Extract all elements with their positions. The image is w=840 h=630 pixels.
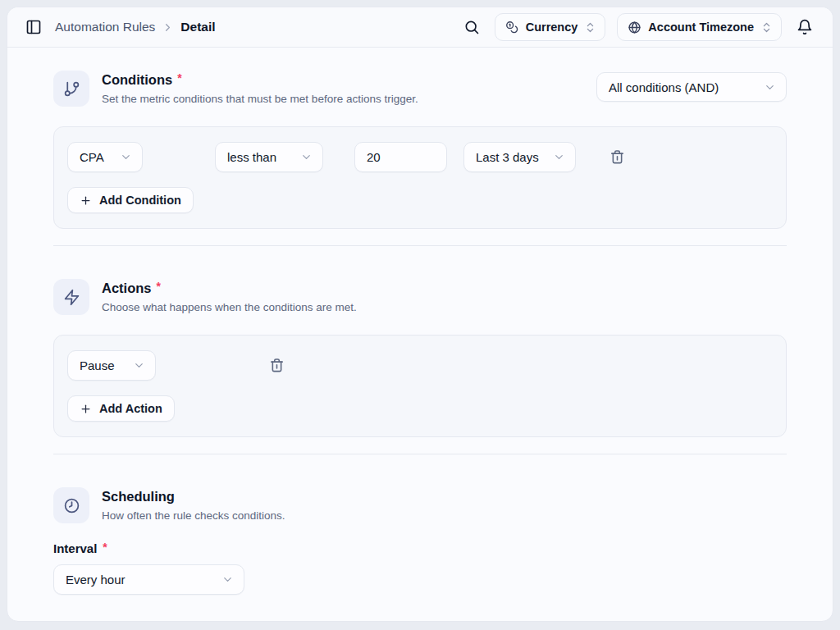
notifications-button[interactable] xyxy=(793,16,816,39)
section-divider xyxy=(53,245,787,246)
top-bar: Automation Rules Detail Currency xyxy=(7,7,833,48)
coins-icon xyxy=(505,21,519,34)
top-bar-actions: Currency Account Timezone xyxy=(460,13,816,41)
zap-icon xyxy=(53,279,89,315)
delete-condition-button[interactable] xyxy=(606,146,628,168)
chevron-right-icon xyxy=(162,21,174,34)
panel-left-icon xyxy=(25,19,42,35)
chevron-down-icon xyxy=(300,151,313,163)
interval-label-text: Interval xyxy=(53,541,97,555)
scheduling-title: Scheduling xyxy=(102,489,175,504)
actions-section: Actions * Choose what happens when the c… xyxy=(53,279,787,437)
chevron-down-icon xyxy=(221,573,234,586)
add-action-label: Add Action xyxy=(99,402,162,415)
scheduling-subtitle: How often the rule checks conditions. xyxy=(102,509,285,522)
breadcrumb: Automation Rules Detail xyxy=(55,20,216,34)
section-divider xyxy=(53,454,787,454)
delete-action-button[interactable] xyxy=(266,354,288,377)
add-condition-label: Add Condition xyxy=(99,194,181,207)
bell-icon xyxy=(797,19,813,35)
clock-icon xyxy=(53,487,89,523)
currency-select-label: Currency xyxy=(526,21,578,34)
timezone-select[interactable]: Account Timezone xyxy=(617,13,782,41)
search-button[interactable] xyxy=(460,16,483,39)
scheduling-section: Scheduling How often the rule checks con… xyxy=(53,487,787,595)
conditions-title: Conditions xyxy=(102,72,172,88)
plus-icon xyxy=(80,194,92,207)
threshold-value-input[interactable] xyxy=(354,142,447,172)
sidebar-toggle-button[interactable] xyxy=(22,16,45,39)
interval-value: Every hour xyxy=(66,573,126,587)
scheduling-section-header: Scheduling How often the rule checks con… xyxy=(53,487,787,523)
action-type-value: Pause xyxy=(80,358,115,372)
trash-icon xyxy=(609,149,625,165)
action-row: Pause xyxy=(67,350,773,381)
actions-subtitle: Choose what happens when the conditions … xyxy=(102,301,357,313)
interval-label: Interval * xyxy=(53,541,787,555)
condition-logic-value: All conditions (AND) xyxy=(609,80,719,94)
timezone-select-label: Account Timezone xyxy=(648,21,754,34)
condition-logic-select[interactable]: All conditions (AND) xyxy=(596,72,787,102)
conditions-subtitle: Set the metric conditions that must be m… xyxy=(102,93,418,105)
breadcrumb-automation-rules[interactable]: Automation Rules xyxy=(55,20,155,34)
automation-rule-detail-card: Automation Rules Detail Currency xyxy=(7,7,833,622)
actions-section-header: Actions * Choose what happens when the c… xyxy=(53,279,787,315)
conditions-section-header: Conditions * Set the metric conditions t… xyxy=(53,71,787,107)
currency-select[interactable]: Currency xyxy=(495,13,606,41)
timeframe-select[interactable]: Last 3 days xyxy=(463,142,576,172)
plus-icon xyxy=(80,403,92,415)
chevrons-up-down-icon xyxy=(584,21,596,34)
search-icon xyxy=(463,19,480,35)
rule-form: Conditions * Set the metric conditions t… xyxy=(7,48,833,621)
actions-panel: Pause Add Action xyxy=(53,335,787,437)
breadcrumb-detail: Detail xyxy=(180,20,215,34)
timeframe-value: Last 3 days xyxy=(476,150,539,164)
interval-select[interactable]: Every hour xyxy=(53,564,244,595)
chevrons-up-down-icon xyxy=(760,21,773,34)
trash-icon xyxy=(269,358,285,373)
operator-select[interactable]: less than xyxy=(215,142,323,172)
globe-icon xyxy=(628,21,641,34)
conditions-panel: CPA less than Last 3 days xyxy=(53,126,787,229)
operator-value: less than xyxy=(227,150,276,164)
conditions-section: Conditions * Set the metric conditions t… xyxy=(53,71,787,229)
git-branch-icon xyxy=(53,71,89,107)
metric-select[interactable]: CPA xyxy=(67,142,143,172)
required-asterisk: * xyxy=(177,71,181,84)
required-asterisk: * xyxy=(157,280,161,293)
chevron-down-icon xyxy=(553,151,565,163)
actions-title: Actions xyxy=(102,281,152,296)
add-action-button[interactable]: Add Action xyxy=(67,395,175,422)
chevron-down-icon xyxy=(120,151,132,163)
required-asterisk: * xyxy=(103,541,107,554)
chevron-down-icon xyxy=(133,359,145,372)
condition-row: CPA less than Last 3 days xyxy=(67,142,773,172)
metric-value: CPA xyxy=(80,150,104,164)
add-condition-button[interactable]: Add Condition xyxy=(67,187,194,213)
chevron-down-icon xyxy=(764,81,776,94)
action-type-select[interactable]: Pause xyxy=(67,350,156,381)
